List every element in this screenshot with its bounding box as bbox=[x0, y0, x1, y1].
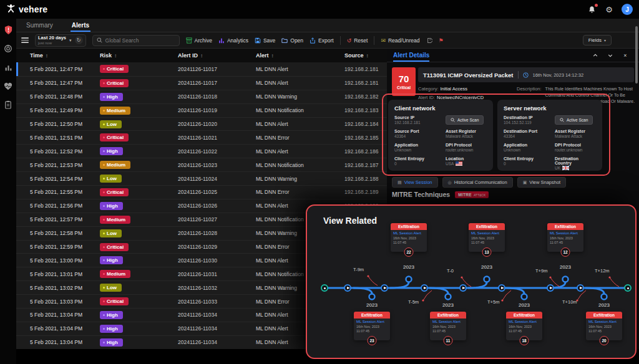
session-alert-link[interactable]: ML Session Alert bbox=[588, 320, 620, 323]
session-alert-link[interactable]: ML Session Alert bbox=[356, 320, 388, 323]
chevron-down-icon: ▾ bbox=[604, 38, 606, 42]
sidebar-hunt-icon[interactable] bbox=[3, 44, 13, 54]
historical-communication-button[interactable]: ◎Historical Communication bbox=[442, 177, 513, 188]
flag-button[interactable]: ⚑ bbox=[439, 37, 444, 44]
cell-alert-id: 20241126-11022 bbox=[178, 148, 256, 155]
column-header-time[interactable]: Time↕ bbox=[30, 52, 100, 59]
column-header-source[interactable]: Source↕ bbox=[344, 52, 387, 59]
chevron-down-icon[interactable] bbox=[605, 50, 615, 60]
cell-source: 192.168.2.181 bbox=[344, 80, 387, 86]
chevron-up-icon[interactable] bbox=[590, 50, 600, 60]
user-avatar[interactable]: J bbox=[622, 4, 633, 15]
settings-gear-icon[interactable]: ⚙ bbox=[605, 6, 613, 14]
sidebar-reports-icon[interactable] bbox=[3, 100, 13, 110]
timeline-play-node[interactable] bbox=[381, 284, 388, 292]
cell-alert-id: 20241126-11030 bbox=[178, 257, 256, 264]
sidebar-health-icon[interactable] bbox=[3, 81, 13, 91]
column-header-alert[interactable]: Alert↕ bbox=[256, 52, 344, 59]
open-button[interactable]: Open bbox=[281, 37, 303, 44]
session-alert-link[interactable]: ML Session Alert bbox=[509, 320, 540, 323]
timeline-play-node[interactable] bbox=[421, 284, 428, 292]
time-range-selector[interactable]: Last 20 days just now ▾ ↻ bbox=[35, 34, 86, 47]
read-unread-button[interactable]: ✉ Read/Unread bbox=[381, 37, 419, 44]
column-header-risk[interactable]: Risk↕ bbox=[100, 52, 178, 59]
close-icon[interactable]: × bbox=[620, 50, 630, 60]
cell-source: 192.168.2.183 bbox=[344, 107, 387, 113]
table-row[interactable]: 5 Feb 2021, 12:50 PMLow20241126-11020ML … bbox=[16, 117, 387, 131]
session-alert-link[interactable]: ML Session Alert bbox=[471, 231, 502, 235]
save-button[interactable]: Save bbox=[255, 37, 275, 44]
table-row[interactable]: 5 Feb 2021, 12:47 PMCritical20241126-110… bbox=[16, 76, 387, 90]
related-alert-card[interactable]: ExfiltrationML Session Alert16th Nov, 20… bbox=[469, 223, 505, 252]
related-alert-card[interactable]: ExfiltrationML Session Alert16th Nov, 20… bbox=[586, 312, 622, 340]
scrollbar-thumb[interactable] bbox=[635, 26, 638, 84]
table-row[interactable]: 5 Feb 2021, 12:49 PMMedium20241126-11019… bbox=[16, 103, 387, 117]
timeline-play-node[interactable] bbox=[577, 284, 584, 292]
timeline-play-node[interactable] bbox=[498, 284, 505, 292]
cell-risk: High bbox=[100, 147, 178, 155]
table-row[interactable]: 5 Feb 2021, 12:47 PMCritical20241126-110… bbox=[16, 62, 387, 76]
cell-alert-id: 20241126-11021 bbox=[178, 135, 256, 141]
view-snapshot-button[interactable]: ▣View Snapshot bbox=[517, 177, 567, 188]
archive-button[interactable]: Archive bbox=[186, 37, 212, 44]
snapshot-icon: ▣ bbox=[523, 180, 527, 185]
session-alert-link[interactable]: ML Session Alert bbox=[550, 231, 581, 235]
cell-alert: ML DNN Notification bbox=[256, 107, 344, 113]
table-row[interactable]: 5 Feb 2021, 12:54 PMLow20241126-11024ML … bbox=[16, 171, 387, 185]
related-alert-card[interactable]: ExfiltrationML Session Alert16th Nov, 20… bbox=[430, 312, 466, 340]
timeline-play-node[interactable] bbox=[344, 284, 351, 292]
cell-alert: ML DNN Error bbox=[256, 189, 344, 195]
menu-icon[interactable] bbox=[21, 37, 29, 43]
tag-button[interactable] bbox=[426, 37, 432, 44]
search-icon bbox=[451, 118, 455, 122]
year-label: 2023 bbox=[477, 264, 497, 270]
vehere-logo[interactable]: vehere bbox=[6, 4, 47, 16]
cell-time: 5 Feb 2021, 13:04 PM bbox=[30, 312, 100, 318]
tab-alert-details[interactable]: Alert Details bbox=[393, 49, 429, 62]
tab-alerts[interactable]: Alerts bbox=[71, 19, 90, 32]
card-datetime: 16th Nov, 202311:07:45 bbox=[550, 236, 581, 246]
cell-time: 5 Feb 2021, 13:00 PM bbox=[30, 257, 100, 264]
table-row[interactable]: 5 Feb 2021, 12:51 PMCritical20241126-110… bbox=[16, 130, 387, 144]
table-row[interactable]: 5 Feb 2021, 12:55 PMCritical20241126-110… bbox=[16, 185, 387, 199]
sidebar-alerts-shield-icon[interactable] bbox=[3, 25, 13, 35]
table-row[interactable]: 5 Feb 2021, 12:48 PMHigh20241126-11018ML… bbox=[16, 90, 387, 103]
table-row[interactable]: 5 Feb 2021, 12:53 PMMedium20241126-11023… bbox=[16, 158, 387, 171]
active-scan-button[interactable]: Active Scan bbox=[446, 115, 484, 125]
timeline-play-node[interactable] bbox=[459, 284, 467, 292]
view-session-button[interactable]: ▤View Session bbox=[392, 177, 438, 188]
session-alert-link[interactable]: ML Session Alert bbox=[393, 231, 424, 235]
analytics-button[interactable]: Analytics bbox=[218, 37, 248, 44]
related-alert-card[interactable]: ExfiltrationML Session Alert16th Nov, 20… bbox=[506, 312, 542, 340]
timeline-end-node[interactable] bbox=[624, 284, 632, 292]
related-alert-card[interactable]: ExfiltrationML Session Alert16th Nov, 20… bbox=[547, 223, 583, 252]
related-alert-card[interactable]: ExfiltrationML Session Alert16th Nov, 20… bbox=[354, 312, 390, 340]
related-alert-card[interactable]: ExfiltrationML Session Alert16th Nov, 20… bbox=[391, 223, 427, 252]
year-label: 2023 bbox=[399, 264, 419, 270]
timeline-start-node[interactable] bbox=[321, 284, 328, 292]
column-header-alert-id[interactable]: Alert ID↕ bbox=[178, 52, 256, 59]
alert-timestamp: 16th Nov, 2023 14:12:32 bbox=[533, 72, 584, 78]
cell-alert-id: 20241126-11034 bbox=[178, 312, 256, 318]
global-search-input[interactable]: Global Search bbox=[92, 35, 180, 46]
session-alert-link[interactable]: ML Session Alert bbox=[432, 320, 464, 323]
year-label: 2023 bbox=[362, 302, 382, 308]
sidebar-analytics-icon[interactable] bbox=[3, 62, 13, 72]
card-datetime: 16th Nov, 202311:07:45 bbox=[588, 325, 620, 334]
cell-risk: High bbox=[100, 256, 178, 264]
fields-dropdown[interactable]: Fields ▾ bbox=[583, 35, 612, 46]
cell-risk: High bbox=[100, 93, 178, 101]
active-scan-button[interactable]: Active Scan bbox=[555, 115, 593, 125]
notifications-bell-icon[interactable] bbox=[588, 5, 597, 14]
refresh-icon[interactable]: ↻ bbox=[75, 36, 83, 44]
export-button[interactable]: Export bbox=[310, 37, 334, 44]
timeline-play-node[interactable] bbox=[547, 284, 554, 292]
card-category: Exfiltration bbox=[506, 312, 542, 318]
table-row[interactable]: 5 Feb 2021, 12:52 PMHigh20241126-11022ML… bbox=[16, 144, 387, 158]
tab-summary[interactable]: Summary bbox=[25, 19, 54, 32]
card-category: Exfiltration bbox=[391, 223, 427, 230]
chevron-down-icon: ▾ bbox=[69, 38, 72, 43]
reset-button[interactable]: ↺ Reset bbox=[347, 37, 368, 44]
cell-risk: Critical bbox=[100, 65, 178, 73]
cell-risk: High bbox=[100, 338, 178, 347]
